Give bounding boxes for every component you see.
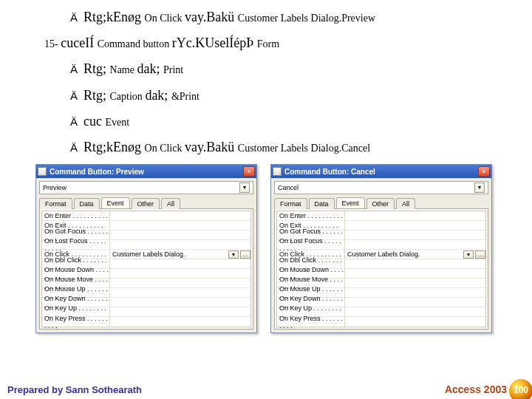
- event-row[interactable]: On Lost Focus . . . . . . . . . .: [277, 240, 485, 250]
- tab-other[interactable]: Other: [132, 198, 160, 209]
- instruction-line: ÄRtg;kEnøg On Click vay.Bakü Customer La…: [70, 8, 525, 27]
- tab-data[interactable]: Data: [309, 198, 335, 209]
- tab-body: On Enter . . . . . . . . . .On Exit . . …: [39, 208, 253, 330]
- page-number: 100: [508, 385, 532, 395]
- event-value: Customer Labels Dialog.: [112, 250, 227, 258]
- event-value-cell[interactable]: [345, 240, 485, 249]
- object-selector[interactable]: Cancel▾: [274, 181, 488, 194]
- event-value-cell[interactable]: [345, 269, 485, 278]
- chevron-down-icon[interactable]: ▾: [239, 183, 250, 193]
- tab-strip: FormatDataEventOtherAll: [274, 197, 488, 208]
- instruction-line: ÄRtg; Caption dak; &Print: [70, 86, 525, 105]
- event-value-cell[interactable]: [110, 307, 250, 316]
- event-row[interactable]: On Enter . . . . . . . . . .: [277, 211, 485, 221]
- event-value-cell[interactable]: [110, 211, 250, 220]
- titlebar[interactable]: Command Button: Cancel×: [271, 165, 491, 178]
- chevron-down-icon[interactable]: ▾: [463, 250, 474, 259]
- event-row[interactable]: On Key Press . . . . . . . . . .: [42, 317, 250, 327]
- instruction-line: Äcuc Event: [70, 112, 525, 131]
- tab-all[interactable]: All: [161, 198, 180, 209]
- event-value-cell[interactable]: [345, 221, 485, 230]
- event-value-cell[interactable]: [110, 298, 250, 307]
- event-name: On Key Press . . . . . . . . . .: [42, 317, 110, 327]
- chevron-down-icon[interactable]: ▾: [474, 183, 485, 193]
- event-grid: On Enter . . . . . . . . . .On Exit . . …: [276, 211, 486, 327]
- tab-all[interactable]: All: [396, 198, 415, 209]
- prepared-by: Prepared by Sann Sothearath: [0, 384, 445, 395]
- selected-object: Preview: [43, 184, 66, 191]
- event-row[interactable]: On Key Press . . . . . . . . . .: [277, 317, 485, 327]
- instruction-line: ÄRtg;kEnøg On Click vay.Bakü Customer La…: [70, 138, 525, 157]
- event-value-cell[interactable]: [110, 279, 250, 287]
- event-value-cell[interactable]: [345, 298, 485, 307]
- event-value-cell[interactable]: Customer Labels Dialog.▾…: [110, 250, 250, 259]
- event-value-cell[interactable]: [110, 231, 250, 239]
- close-icon[interactable]: ×: [478, 166, 490, 177]
- tab-data[interactable]: Data: [74, 198, 100, 209]
- event-value-cell[interactable]: [345, 279, 485, 287]
- tab-event[interactable]: Event: [336, 197, 365, 208]
- builder-button[interactable]: …: [240, 250, 250, 259]
- event-grid: On Enter . . . . . . . . . .On Exit . . …: [41, 211, 251, 327]
- properties-dialog: Command Button: Preview×Preview▾FormatDa…: [35, 164, 257, 333]
- event-name: On Enter . . . . . . . . . .: [42, 211, 110, 220]
- event-value-cell[interactable]: Customer Labels Dialog.▾…: [345, 250, 485, 259]
- event-name: On Lost Focus . . . . . . . . . .: [42, 240, 110, 249]
- event-value-cell[interactable]: [345, 259, 485, 268]
- object-selector[interactable]: Preview▾: [39, 181, 253, 194]
- window-icon: [273, 167, 282, 176]
- event-value-cell[interactable]: [110, 259, 250, 268]
- footer: Prepared by Sann Sothearath Access 2003 …: [0, 380, 532, 399]
- window-title: Command Button: Preview: [50, 168, 243, 176]
- event-value-cell[interactable]: [345, 288, 485, 297]
- titlebar[interactable]: Command Button: Preview×: [36, 165, 256, 178]
- tab-event[interactable]: Event: [101, 197, 130, 208]
- tab-body: On Enter . . . . . . . . . .On Exit . . …: [274, 208, 488, 330]
- event-value-cell[interactable]: [345, 231, 485, 239]
- tab-strip: FormatDataEventOtherAll: [39, 197, 253, 208]
- event-name: On Enter . . . . . . . . . .: [277, 211, 345, 220]
- event-row[interactable]: On Enter . . . . . . . . . .: [42, 211, 250, 221]
- event-name: On Lost Focus . . . . . . . . . .: [277, 240, 345, 249]
- event-value-cell[interactable]: [110, 221, 250, 230]
- close-icon[interactable]: ×: [243, 166, 255, 177]
- event-value-cell[interactable]: [345, 317, 485, 327]
- tab-format[interactable]: Format: [274, 198, 307, 209]
- tab-other[interactable]: Other: [366, 198, 395, 209]
- event-value-cell[interactable]: [345, 307, 485, 316]
- selected-object: Cancel: [278, 184, 299, 191]
- event-value-cell[interactable]: [110, 269, 250, 278]
- page-number-ball: 100: [508, 378, 532, 399]
- tab-format[interactable]: Format: [39, 198, 72, 209]
- builder-button[interactable]: …: [475, 250, 485, 259]
- product-name: Access 2003: [445, 383, 507, 395]
- event-value-cell[interactable]: [110, 317, 250, 327]
- event-value-cell[interactable]: [345, 211, 485, 220]
- instruction-line: ÄRtg; Name dak; Print: [70, 60, 525, 78]
- event-row[interactable]: On Lost Focus . . . . . . . . . .: [42, 240, 250, 250]
- event-value: Customer Labels Dialog.: [347, 250, 462, 258]
- window-icon: [38, 167, 47, 176]
- window-title: Command Button: Cancel: [284, 168, 478, 176]
- event-value-cell[interactable]: [110, 240, 250, 249]
- event-value-cell[interactable]: [110, 288, 250, 297]
- instruction-line: 15- cuceIÍ Command button rYc.KUselÍépÞ …: [44, 34, 525, 52]
- properties-dialog: Command Button: Cancel×Cancel▾FormatData…: [270, 164, 492, 333]
- event-name: On Key Press . . . . . . . . . .: [277, 317, 345, 327]
- chevron-down-icon[interactable]: ▾: [228, 250, 239, 259]
